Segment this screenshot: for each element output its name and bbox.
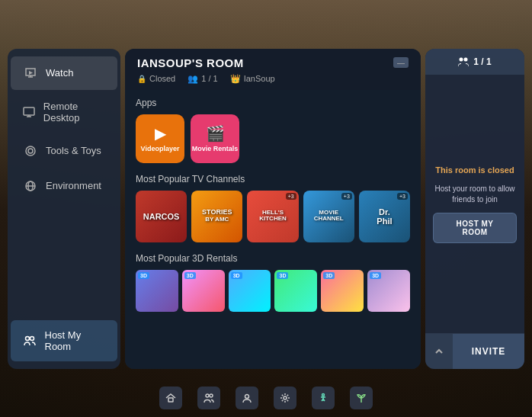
rental-5-badge: 3D [323, 272, 335, 279]
svg-point-2 [28, 149, 33, 153]
svg-point-14 [284, 396, 287, 399]
svg-point-13 [245, 395, 249, 399]
rental-tile-5[interactable]: 3D [321, 270, 364, 312]
channel-movie-channel[interactable]: MOVIECHANNEL +3 [303, 191, 354, 242]
room-header: IANSOUP'S ROOM — 🔒 Closed 👥 1 / 1 👑 IanS… [125, 49, 421, 90]
svg-point-9 [464, 58, 468, 62]
right-panel-footer: INVITE [425, 333, 524, 369]
sidebar-item-remote-desktop[interactable]: Remote Desktop [11, 91, 117, 133]
rental-tile-3[interactable]: 3D [229, 270, 271, 312]
sidebar-label-remote-desktop: Remote Desktop [43, 101, 105, 123]
svg-point-6 [26, 336, 30, 340]
channel-hells-kitchen[interactable]: HELL'SKITCHEN +3 [247, 191, 298, 242]
minimize-button[interactable]: — [393, 57, 409, 68]
channel-dr-phil[interactable]: Dr.Phil +3 [359, 191, 410, 242]
movie-rentals-label: Movie Rentals [192, 146, 239, 153]
sidebar-item-environment[interactable]: Environment [11, 169, 117, 203]
meta-status: 🔒 Closed [137, 74, 175, 83]
closed-message: This room is closed [435, 165, 514, 175]
right-panel-content: This room is closed Host your room to al… [425, 75, 524, 332]
room-owner: IanSoup [244, 74, 275, 83]
sidebar-label-tools-toys: Tools & Toys [46, 145, 101, 156]
bottom-nav-users[interactable] [197, 387, 220, 409]
main-container: Watch Remote Desktop Tools & Toys [0, 0, 532, 417]
narcos-title: NARCOS [143, 211, 180, 220]
watch-icon [23, 66, 38, 81]
svg-point-12 [210, 394, 213, 397]
lock-icon: 🔒 [137, 75, 146, 83]
environment-icon [23, 178, 38, 194]
rental-tile-2[interactable]: 3D [182, 270, 225, 312]
invite-button[interactable]: INVITE [453, 334, 524, 369]
rental-6-badge: 3D [370, 272, 381, 279]
center-panel: IANSOUP'S ROOM — 🔒 Closed 👥 1 / 1 👑 IanS… [125, 49, 421, 369]
svg-marker-0 [29, 71, 33, 75]
sidebar-spacer [8, 204, 120, 319]
rentals-row: 3D 3D 3D 3D 3D 3D [136, 270, 410, 312]
bottom-nav-settings[interactable] [274, 387, 296, 409]
videoplayer-label: Videoplayer [141, 146, 180, 153]
movie-channel-badge: +3 [341, 193, 352, 200]
channel-stories[interactable]: STORIESBY AMC [191, 191, 242, 242]
room-meta: 🔒 Closed 👥 1 / 1 👑 IanSoup [137, 74, 409, 90]
bottom-nav-home[interactable] [159, 387, 182, 409]
app-tile-movie-rentals[interactable]: 🎬 Movie Rentals [191, 114, 239, 163]
dr-phil-badge: +3 [397, 193, 408, 200]
crown-icon: 👑 [230, 74, 241, 84]
apps-row: ▶ Videoplayer 🎬 Movie Rentals [136, 114, 410, 163]
sidebar: Watch Remote Desktop Tools & Toys [8, 49, 120, 369]
rental-tile-6[interactable]: 3D [367, 270, 410, 312]
rental-1-badge: 3D [138, 272, 149, 279]
room-title-row: IANSOUP'S ROOM — [137, 56, 409, 69]
rental-2-badge: 3D [184, 272, 196, 279]
rental-3-badge: 3D [231, 272, 242, 279]
sidebar-label-environment: Environment [46, 180, 101, 191]
scroll-up-button[interactable] [425, 334, 453, 369]
hells-kitchen-badge: +3 [286, 193, 296, 200]
hells-kitchen-title: HELL'SKITCHEN [259, 210, 287, 223]
svg-point-8 [460, 58, 463, 62]
rentals-section-title: Most Popular 3D Rentals [136, 253, 410, 264]
sidebar-label-host-my-room: Host My Room [45, 329, 106, 352]
bottom-nav-plant[interactable] [350, 387, 373, 409]
svg-point-7 [30, 336, 34, 340]
bottom-nav-profile[interactable] [236, 387, 258, 409]
movie-rentals-icon: 🎬 [206, 124, 225, 143]
host-message: Host your room to allow friends to join [433, 184, 517, 205]
app-tile-videoplayer[interactable]: ▶ Videoplayer [136, 114, 184, 163]
remote-desktop-icon [23, 104, 36, 120]
svg-point-11 [206, 394, 209, 397]
room-content: Apps ▶ Videoplayer 🎬 Movie Rentals Most … [125, 90, 421, 369]
right-panel-users-icon [458, 56, 469, 68]
room-users: 1 / 1 [201, 74, 217, 83]
channel-narcos[interactable]: NARCOS [136, 191, 187, 242]
svg-rect-10 [168, 398, 173, 402]
dr-phil-title: Dr.Phil [377, 207, 392, 225]
apps-section-title: Apps [136, 98, 410, 108]
stories-title: STORIESBY AMC [202, 209, 232, 224]
right-panel-users-count: 1 / 1 [473, 56, 491, 67]
rental-4-badge: 3D [277, 272, 288, 279]
sidebar-label-watch: Watch [46, 67, 73, 79]
meta-users: 👥 1 / 1 [187, 74, 217, 84]
right-panel: 1 / 1 This room is closed Host your room… [425, 49, 524, 369]
bottom-nav-accessibility[interactable] [312, 387, 335, 409]
right-panel-header: 1 / 1 [425, 49, 524, 75]
bottom-nav [159, 387, 373, 409]
sidebar-item-tools-toys[interactable]: Tools & Toys [11, 134, 117, 168]
rental-tile-1[interactable]: 3D [136, 270, 178, 312]
room-title: IANSOUP'S ROOM [137, 56, 244, 69]
movie-channel-title: MOVIECHANNEL [314, 210, 344, 223]
meta-owner: 👑 IanSoup [230, 74, 275, 84]
sidebar-item-watch[interactable]: Watch [11, 56, 117, 90]
host-my-room-icon [23, 333, 37, 348]
channels-row: NARCOS STORIESBY AMC HELL'SKITCHEN +3 MO… [136, 191, 410, 242]
svg-point-3 [26, 146, 35, 156]
rental-tile-4[interactable]: 3D [274, 270, 317, 312]
room-status: Closed [149, 74, 175, 83]
videoplayer-icon: ▶ [155, 124, 166, 143]
svg-point-15 [322, 394, 325, 396]
sidebar-item-host-my-room[interactable]: Host My Room [11, 320, 117, 361]
tools-toys-icon [23, 143, 38, 159]
host-my-room-button[interactable]: HOST MY ROOM [433, 213, 517, 243]
